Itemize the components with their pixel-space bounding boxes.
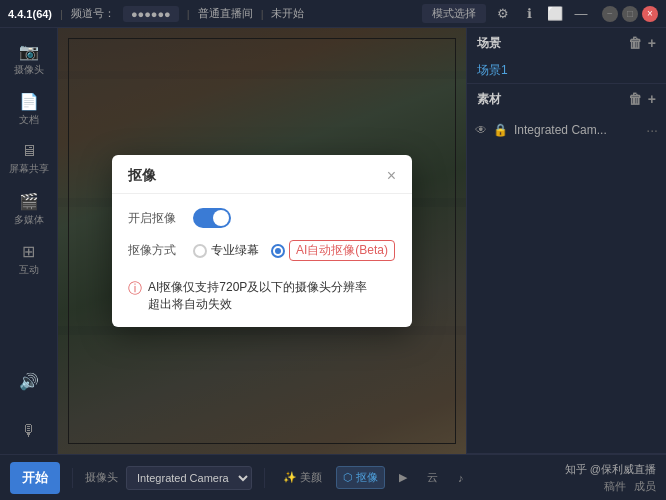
music-button[interactable]: ♪ [452,469,470,487]
radio-pro-label: 专业绿幕 [211,242,259,259]
warning-line2: 超出将自动失效 [148,296,367,313]
dialog-title: 抠像 [128,167,156,185]
camera-icon: 📷 [19,42,39,61]
sidebar-item-mic[interactable]: 🎙 [6,408,52,454]
brand-area: 知乎 @保利威直播 稿件 成员 [565,462,656,494]
sep1: | [60,8,63,20]
mode-row: 抠像方式 专业绿幕 AI自动抠像(Beta) [128,240,396,261]
warning-icon: ⓘ [128,280,142,298]
sidebar-item-interact[interactable]: ⊞ 互动 [6,236,52,282]
bottom-links: 稿件 成员 [604,479,656,494]
sources-add-icon[interactable]: + [648,91,656,107]
capture-button[interactable]: ⬡ 抠像 [336,466,385,489]
start-button[interactable]: 开始 [10,462,60,494]
capture-label: 抠像 [356,470,378,485]
sources-section: 素材 🗑 + 👁 🔒 Integrated Cam... ··· [467,84,666,454]
mode-radio-group: 专业绿幕 AI自动抠像(Beta) [193,240,395,261]
sources-delete-icon[interactable]: 🗑 [628,91,642,107]
lock-icon[interactable]: 🔒 [493,123,508,137]
title-bar-icons: ⚙ ℹ ⬜ — [494,5,590,23]
minimize-button[interactable]: − [602,6,618,22]
radio-pro-circle [193,244,207,258]
mode-label: 抠像方式 [128,242,183,259]
info-icon[interactable]: ℹ [520,5,538,23]
sidebar-item-screen-share[interactable]: 🖥 屏幕共享 [6,136,52,182]
dialog-close-button[interactable]: × [387,168,396,184]
mode-select-button[interactable]: 模式选择 [422,4,486,23]
title-bar: 4.4.1(64) | 频道号： ●●●●●● | 普通直播间 | 未开始 模式… [0,0,666,28]
audio-icon: 🔊 [19,372,39,391]
device-btn[interactable]: ⚙ [494,5,512,23]
sep3: | [261,8,264,20]
sources-title: 素材 [477,91,501,108]
sidebar: 📷 摄像头 📄 文档 🖥 屏幕共享 🎬 多媒体 ⊞ 互动 🔊 🎙 [0,28,58,454]
toggle-row: 开启抠像 [128,208,396,228]
sidebar-item-document-label: 文档 [19,113,39,127]
scenes-header: 场景 🗑 + [467,28,666,58]
beauty-button[interactable]: ✨ 美颜 [277,467,328,488]
screen-share-icon: 🖥 [21,142,37,160]
scenes-title: 场景 [477,35,501,52]
sidebar-item-document[interactable]: 📄 文档 [6,86,52,132]
bottom-bar: 开始 摄像头 Integrated Camera ✨ 美颜 ⬡ 抠像 ▶ 云 ♪… [0,454,666,500]
sidebar-item-media[interactable]: 🎬 多媒体 [6,186,52,232]
interact-icon: ⊞ [22,242,35,261]
subtitle-button[interactable]: 云 [421,467,444,488]
audio-wave-icon: ▶ [399,471,407,484]
sources-header: 素材 🗑 + [467,84,666,114]
source-more-icon[interactable]: ··· [646,122,658,138]
external-icon[interactable]: ⬜ [546,5,564,23]
beauty-icon: ✨ [283,471,297,484]
stream-type: 普通直播间 [198,6,253,21]
capture-icon: ⬡ [343,471,353,484]
maximize-button[interactable]: □ [622,6,638,22]
media-icon: 🎬 [19,192,39,211]
source-name: Integrated Cam... [514,123,640,137]
bottom-sep-1 [72,468,73,488]
channel-label: 频道号： [71,6,115,21]
music-icon: ♪ [458,472,464,484]
scenes-actions: 🗑 + [628,35,656,51]
source-item-camera[interactable]: 👁 🔒 Integrated Cam... ··· [467,114,666,146]
camera-select[interactable]: Integrated Camera [126,466,252,490]
subtitle-link[interactable]: 稿件 [604,479,626,494]
radio-ai-circle [271,244,285,258]
sidebar-item-camera-label: 摄像头 [14,63,44,77]
channel-value: ●●●●●● [123,6,179,22]
sidebar-item-interact-label: 互动 [19,263,39,277]
scenes-delete-icon[interactable]: 🗑 [628,35,642,51]
member-link[interactable]: 成员 [634,479,656,494]
capture-toggle[interactable] [193,208,231,228]
sidebar-item-media-label: 多媒体 [14,213,44,227]
scenes-section: 场景 🗑 + 场景1 [467,28,666,84]
warning-line1: AI抠像仅支持720P及以下的摄像头分辨率 [148,279,367,296]
sidebar-item-camera[interactable]: 📷 摄像头 [6,36,52,82]
beauty-label: 美颜 [300,470,322,485]
radio-ai[interactable]: AI自动抠像(Beta) [271,240,395,261]
sep2: | [187,8,190,20]
warning-block: ⓘ AI抠像仅支持720P及以下的摄像头分辨率 超出将自动失效 [128,273,396,313]
mic-icon: 🎙 [21,422,37,440]
visibility-icon[interactable]: 👁 [475,123,487,137]
dialog-header: 抠像 × [112,155,412,194]
scene-item-1[interactable]: 场景1 [467,58,666,83]
minus-icon[interactable]: — [572,5,590,23]
radio-ai-label: AI自动抠像(Beta) [289,240,395,261]
sidebar-item-audio[interactable]: 🔊 [6,358,52,404]
camera-preview-area: 抠像 × 开启抠像 抠像方式 专业绿幕 [58,28,466,454]
dialog-body: 开启抠像 抠像方式 专业绿幕 AI自 [112,194,412,327]
app-version: 4.4.1(64) [8,8,52,20]
audio-button[interactable]: ▶ [393,468,413,487]
brand-text: 知乎 @保利威直播 [565,462,656,477]
capture-dialog: 抠像 × 开启抠像 抠像方式 专业绿幕 [112,155,412,327]
bottom-sep-2 [264,468,265,488]
close-button[interactable]: × [642,6,658,22]
scene-name-1: 场景1 [477,63,508,77]
radio-pro[interactable]: 专业绿幕 [193,242,259,259]
sidebar-item-screen-label: 屏幕共享 [9,162,49,176]
camera-bottom-label: 摄像头 [85,470,118,485]
scenes-add-icon[interactable]: + [648,35,656,51]
toggle-label: 开启抠像 [128,210,183,227]
warning-text: AI抠像仅支持720P及以下的摄像头分辨率 超出将自动失效 [148,279,367,313]
right-panel: 场景 🗑 + 场景1 素材 🗑 + 👁 🔒 [466,28,666,454]
